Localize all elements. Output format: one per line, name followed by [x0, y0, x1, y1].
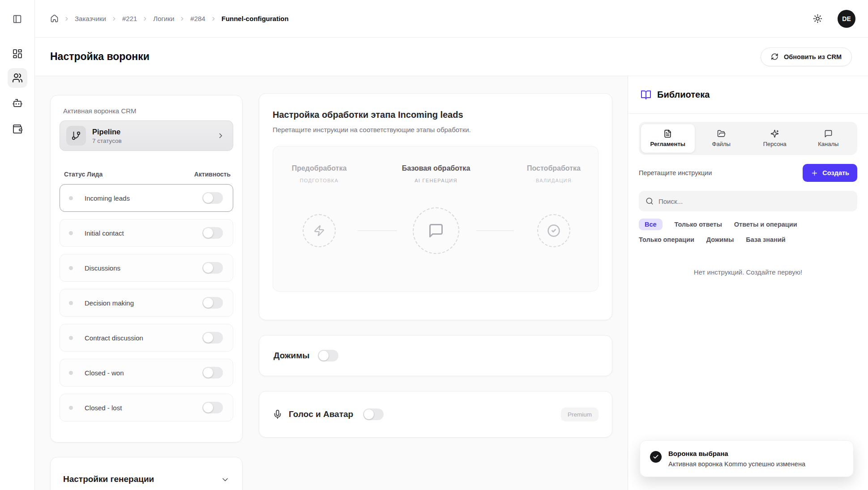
status-label: Contract discussion: [85, 334, 143, 342]
status-toggle[interactable]: [202, 297, 223, 309]
filter-all[interactable]: Все: [639, 219, 663, 230]
breadcrumb-item[interactable]: Заказчики: [75, 15, 106, 22]
avatar[interactable]: DE: [838, 10, 855, 28]
topbar-actions: DE: [813, 10, 855, 28]
stage-base-processing: Базовая обработка AI ГЕНЕРАЦИЯ: [382, 163, 490, 183]
status-row-decision-making[interactable]: Decision making: [60, 289, 233, 317]
refresh-from-crm-button[interactable]: Обновить из CRM: [761, 47, 852, 66]
toast-message: Активная воронка Kommo успешно изменена: [668, 460, 805, 468]
chevron-down-icon: [221, 475, 230, 484]
filter-answers-only[interactable]: Только ответы: [675, 221, 722, 228]
empty-state-text: Нет инструкций. Создайте первую!: [639, 268, 857, 276]
chevron-right-icon: [64, 16, 70, 22]
chevron-right-icon: [210, 16, 217, 22]
sidebar-toggle-button[interactable]: [8, 9, 27, 29]
stage-subtitle: AI ГЕНЕРАЦИЯ: [382, 178, 490, 183]
tab-persona[interactable]: Персона: [748, 124, 802, 153]
tab-label: Регламенты: [650, 141, 685, 147]
library-header: Библиотека: [628, 76, 868, 114]
status-dot-icon: [69, 371, 73, 375]
generation-settings-title: Настройки генерации: [63, 474, 154, 484]
chevron-right-icon: [111, 16, 117, 22]
page-title: Настройка воронки: [50, 51, 150, 63]
generation-settings-panel[interactable]: Настройки генерации: [50, 457, 243, 490]
status-label: Initial contact: [85, 229, 124, 237]
tab-label: Персона: [763, 141, 787, 147]
message-square-icon: [824, 129, 833, 138]
title-bar: Настройка воронки Обновить из CRM: [35, 38, 868, 76]
book-open-icon: [641, 90, 651, 100]
status-dot-icon: [69, 406, 73, 410]
breadcrumb-item[interactable]: #284: [190, 15, 205, 22]
check-icon: [650, 451, 662, 463]
status-row-initial-contact[interactable]: Initial contact: [60, 219, 233, 247]
nav-item-customers[interactable]: [8, 68, 27, 88]
funnel-configuration-app: Заказчики #221 Логики #284 Funnel-config…: [0, 0, 868, 490]
status-toggle[interactable]: [202, 402, 223, 413]
chevron-right-icon: [179, 16, 185, 22]
status-toggle[interactable]: [202, 367, 223, 378]
tab-label: Файлы: [712, 141, 731, 147]
nav-item-bots[interactable]: [8, 93, 27, 113]
status-row-contract-discussion[interactable]: Contract discussion: [60, 324, 233, 352]
chevron-right-icon: [142, 16, 148, 22]
active-funnel-label: Активная воронка CRM: [63, 107, 233, 115]
filter-followups[interactable]: Дожимы: [706, 236, 734, 243]
status-row-closed-won[interactable]: Closed - won: [60, 359, 233, 387]
stage-panel-title: Настройка обработки этапа Incoming leads: [273, 110, 599, 120]
filter-answers-operations[interactable]: Ответы и операции: [734, 221, 797, 228]
check-circle-icon: [547, 224, 560, 237]
active-funnel-panel: Активная воронка CRM Pipeline 7 статусов…: [50, 95, 243, 443]
home-icon[interactable]: [50, 14, 59, 23]
library-filters: Все Только ответы Ответы и операции Толь…: [639, 219, 857, 243]
status-toggle[interactable]: [202, 332, 223, 344]
status-toggle[interactable]: [202, 192, 223, 204]
git-branch-icon: [66, 126, 86, 146]
filter-operations-only[interactable]: Только операции: [639, 236, 694, 243]
stage-subtitle: ПОДГОТОВКА: [265, 178, 373, 183]
nav-item-billing[interactable]: [8, 119, 27, 139]
status-dot-icon: [69, 231, 73, 235]
sun-icon: [813, 14, 822, 23]
followups-toggle[interactable]: [318, 350, 338, 361]
nav-item-dashboard[interactable]: [8, 44, 27, 64]
preprocessing-dropzone[interactable]: [303, 214, 336, 247]
plus-icon: [811, 169, 818, 177]
create-button[interactable]: Создать: [803, 164, 857, 182]
column-activity-label: Активность: [194, 171, 231, 178]
status-dot-icon: [69, 301, 73, 305]
breadcrumb-item[interactable]: Логики: [153, 15, 174, 22]
mic-icon: [273, 409, 282, 419]
status-toggle[interactable]: [202, 262, 223, 274]
bot-icon: [12, 98, 23, 108]
status-label: Decision making: [85, 299, 134, 307]
premium-badge: Premium: [561, 408, 599, 421]
breadcrumb: Заказчики #221 Логики #284 Funnel-config…: [50, 14, 289, 23]
filter-knowledge-base[interactable]: База знаний: [746, 236, 785, 243]
users-icon: [12, 73, 23, 83]
tab-channels[interactable]: Каналы: [802, 124, 855, 153]
tab-files[interactable]: Файлы: [695, 124, 748, 153]
tab-reglamenty[interactable]: Регламенты: [641, 124, 695, 153]
postprocessing-dropzone[interactable]: [537, 214, 570, 247]
pipeline-selector[interactable]: Pipeline 7 статусов: [60, 120, 233, 151]
breadcrumb-item[interactable]: #221: [122, 15, 137, 22]
pipeline-name: Pipeline: [92, 128, 122, 136]
status-toggle[interactable]: [202, 227, 223, 239]
status-row-discussions[interactable]: Discussions: [60, 254, 233, 282]
stage-panel-subtitle: Перетащите инструкции на соответствующие…: [273, 126, 599, 133]
search-input[interactable]: [658, 198, 851, 205]
stage-preprocessing: Предобработка ПОДГОТОВКА: [265, 163, 373, 183]
content: Активная воронка CRM Pipeline 7 статусов…: [35, 76, 868, 490]
stage-title: Базовая обработка: [382, 163, 490, 173]
base-processing-dropzone[interactable]: [413, 207, 459, 254]
status-row-incoming-leads[interactable]: Incoming leads: [60, 184, 233, 212]
status-dot-icon: [69, 196, 73, 200]
topbar: Заказчики #221 Логики #284 Funnel-config…: [35, 0, 868, 38]
status-label: Closed - won: [85, 369, 124, 377]
theme-toggle-button[interactable]: [813, 14, 822, 23]
voice-avatar-toggle[interactable]: [363, 408, 384, 420]
column-status-label: Статус Лида: [64, 171, 103, 178]
status-row-closed-lost[interactable]: Closed - lost: [60, 394, 233, 421]
drag-hint: Перетащите инструкции: [639, 169, 712, 176]
